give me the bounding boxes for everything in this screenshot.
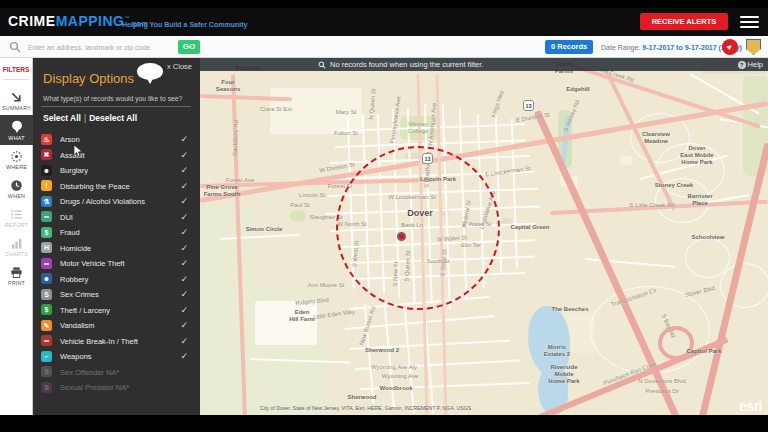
help-icon: ? [738, 61, 746, 69]
crime-label: Vehicle Break-In / Theft [60, 337, 138, 346]
tagline: Helping You Build a Safer Community [122, 21, 247, 28]
panel-title: Display Options [43, 71, 134, 86]
sidebar-item-what[interactable]: WHAT [0, 115, 33, 145]
fraud-icon: $ [41, 227, 52, 238]
panel-question: What type(s) of records would you like t… [43, 95, 182, 102]
crime-row-robbery[interactable]: ☻Robbery✓ [33, 272, 200, 288]
share-icon[interactable]: ► [722, 39, 738, 55]
sex-offender-na-icon: S [41, 366, 52, 377]
disturbing-the-peace-icon: ! [41, 180, 52, 191]
sidebar-item-label: REPORT [0, 222, 33, 228]
sidebar-item-charts[interactable]: CHARTS [0, 232, 33, 261]
map-attribution: City of Dover, State of New Jersey, VITA… [260, 405, 471, 411]
esri-logo: esri [739, 398, 762, 414]
select-all-link[interactable]: Select All [43, 113, 81, 123]
crime-row-vandalism[interactable]: ✎Vandalism✓ [33, 318, 200, 334]
crime-label: Sexual Predator NA* [60, 383, 129, 392]
crime-row-sex-crimes[interactable]: SSex Crimes✓ [33, 287, 200, 303]
weapons-icon: ⌐ [41, 351, 52, 362]
checkmark-icon: ✓ [180, 289, 188, 299]
bars-icon [0, 237, 33, 250]
burglary-icon: ☻ [41, 165, 52, 176]
built-area [620, 156, 632, 165]
crime-label: Homicide [60, 244, 91, 253]
checkmark-icon: ✓ [180, 320, 188, 330]
printer-icon [0, 266, 33, 279]
robbery-icon: ☻ [41, 273, 52, 284]
checkmark-icon: ✓ [180, 243, 188, 253]
park-area [200, 206, 255, 301]
crime-type-list: ♨Arson✓✖Assault✓☻Burglary✓!Disturbing th… [33, 132, 200, 396]
crime-row-fraud[interactable]: $Fraud✓ [33, 225, 200, 241]
checkmark-icon: ✓ [180, 351, 188, 361]
sidebar-item-label: WHEN [0, 193, 33, 199]
sidebar-item-summary[interactable]: SUMMARY [0, 86, 33, 115]
crime-row-assault[interactable]: ✖Assault✓ [33, 148, 200, 164]
crime-row-arson[interactable]: ♨Arson✓ [33, 132, 200, 148]
crime-label: Arson [60, 135, 80, 144]
checkmark-icon: ✓ [180, 258, 188, 268]
app-header: CRIMEMAPPING™.com Helping You Build a Sa… [0, 8, 768, 36]
crime-label: Motor Vehicle Theft [60, 259, 124, 268]
checkmark-icon: ✓ [180, 274, 188, 284]
menu-icon[interactable] [740, 16, 759, 28]
minor-street [355, 359, 520, 369]
search-bar: GO 0 Records Date Range: 9-17-2017 to 9-… [0, 36, 768, 58]
close-panel-button[interactable]: x Close [167, 62, 192, 71]
help-link[interactable]: ?Help [738, 58, 763, 71]
go-button[interactable]: GO [178, 40, 200, 54]
clock-icon [0, 179, 33, 192]
map-label: Kings Hwy [490, 89, 506, 118]
crime-row-theft-larceny[interactable]: $Theft / Larceny✓ [33, 303, 200, 319]
crime-label: Disturbing the Peace [60, 182, 130, 191]
receive-alerts-button[interactable]: RECEIVE ALERTS [640, 13, 728, 30]
arson-icon: ♨ [41, 134, 52, 145]
crime-row-sex-offender-na[interactable]: SSex Offender NA* [33, 365, 200, 381]
sidebar-item-report[interactable]: REPORT [0, 203, 33, 232]
minor-street [404, 309, 415, 414]
deselect-all-link[interactable]: Deselect All [89, 113, 137, 123]
crime-row-homicide[interactable]: HHomicide✓ [33, 241, 200, 257]
minor-street [585, 258, 675, 267]
sidebar-item-print[interactable]: PRINT [0, 261, 33, 290]
map-canvas[interactable]: FairviewFour SeasonsAcorn FarmsEdgehillC… [200, 58, 768, 415]
crime-row-disturbing-the-peace[interactable]: !Disturbing the Peace✓ [33, 179, 200, 195]
crime-row-drugs-alcohol-violations[interactable]: ⚗Drugs / Alcohol Violations✓ [33, 194, 200, 210]
checkmark-icon: ✓ [180, 181, 188, 191]
crime-label: Sex Offender NA* [60, 368, 119, 377]
minor-street [350, 340, 510, 350]
filter-sidebar: FILTERS SUMMARYWHATWHEREWHENREPORTCHARTS… [0, 58, 33, 415]
crime-row-burglary[interactable]: ☻Burglary✓ [33, 163, 200, 179]
motor-vehicle-theft-icon: ∞ [41, 258, 52, 269]
address-search-input[interactable] [26, 40, 166, 54]
crime-label: DUI [60, 213, 73, 222]
sex-crimes-icon: S [41, 289, 52, 300]
homicide-icon: H [41, 242, 52, 253]
crime-row-weapons[interactable]: ⌐Weapons✓ [33, 349, 200, 365]
crime-label: Fraud [60, 228, 80, 237]
theft-larceny-icon: $ [41, 304, 52, 315]
checkmark-icon: ✓ [180, 196, 188, 206]
assault-icon: ✖ [41, 149, 52, 160]
search-radius-circle [336, 146, 500, 310]
map-label: Paul St [290, 202, 309, 209]
vehicle-break-in-theft-icon: ∞ [41, 335, 52, 346]
crime-label: Drugs / Alcohol Violations [60, 197, 145, 206]
sidebar-item-when[interactable]: WHEN [0, 174, 33, 203]
crime-label: Burglary [60, 166, 88, 175]
crime-row-dui[interactable]: ∞DUI✓ [33, 210, 200, 226]
crime-row-sexual-predator-na[interactable]: SSexual Predator NA* [33, 380, 200, 396]
filter-search-icon [318, 61, 326, 69]
records-count-badge: 0 Records [545, 40, 593, 54]
date-range[interactable]: Date Range: 9-17-2017 to 9-17-2017 (1 Da… [601, 44, 742, 51]
map-message-bar: No records found when using the current … [200, 58, 768, 71]
search-icon [9, 41, 21, 53]
map-label: Edgehill [566, 86, 589, 93]
divider [41, 106, 191, 107]
crime-row-vehicle-break-in-theft[interactable]: ∞Vehicle Break-In / Theft✓ [33, 334, 200, 350]
sidebar-item-where[interactable]: WHERE [0, 145, 33, 174]
crime-row-motor-vehicle-theft[interactable]: ∞Motor Vehicle Theft✓ [33, 256, 200, 272]
list-icon [0, 208, 33, 221]
map-label: Lincoln St [299, 192, 325, 199]
police-badge-icon[interactable] [746, 39, 761, 55]
